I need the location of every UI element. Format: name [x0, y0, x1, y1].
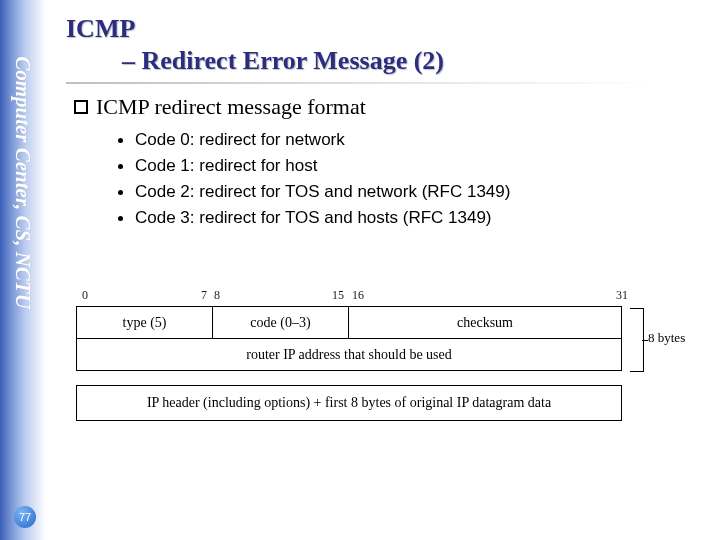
slide-title-line1: ICMP [66, 14, 706, 44]
bit-label: 15 [332, 288, 344, 303]
list-item: Code 3: redirect for TOS and hosts (RFC … [118, 208, 706, 228]
brace-icon [630, 308, 644, 372]
bullet-list: Code 0: redirect for network Code 1: red… [118, 130, 706, 228]
page-number-badge: 77 [14, 506, 36, 528]
header-row-2: router IP address that should be used [77, 339, 621, 371]
packet-wrap: type (5) code (0–3) checksum router IP a… [76, 306, 690, 371]
bit-label: 8 [214, 288, 220, 303]
field-code: code (0–3) [213, 307, 349, 338]
section-heading: ICMP redirect message format [96, 94, 366, 120]
bullet-text: Code 0: redirect for network [135, 130, 345, 150]
bit-label: 16 [352, 288, 364, 303]
sidebar: Computer Center, CS, NCTU 77 [0, 0, 46, 540]
bullet-dot-icon [118, 138, 123, 143]
field-payload: IP header (including options) + first 8 … [76, 385, 622, 421]
list-item: Code 1: redirect for host [118, 156, 706, 176]
body: ICMP redirect message format Code 0: red… [66, 94, 706, 228]
field-type: type (5) [77, 307, 213, 338]
bullet-dot-icon [118, 190, 123, 195]
slide-title-line2: – Redirect Error Message (2) [122, 46, 706, 76]
packet-diagram: 0 7 8 15 16 31 type (5) code (0–3) check… [76, 288, 690, 421]
bit-label: 0 [82, 288, 88, 303]
bullet-text: Code 3: redirect for TOS and hosts (RFC … [135, 208, 492, 228]
bullet-dot-icon [118, 164, 123, 169]
bit-label: 31 [616, 288, 628, 303]
bullet-text: Code 1: redirect for host [135, 156, 317, 176]
sidebar-org-label: Computer Center, CS, NCTU [10, 3, 35, 363]
list-item: Code 2: redirect for TOS and network (RF… [118, 182, 706, 202]
section-heading-row: ICMP redirect message format [74, 94, 706, 120]
bit-label: 7 [201, 288, 207, 303]
content-area: ICMP – Redirect Error Message (2) ICMP r… [66, 14, 706, 234]
title-separator [66, 82, 686, 84]
field-router-ip: router IP address that should be used [77, 339, 621, 370]
icmp-header-box: type (5) code (0–3) checksum router IP a… [76, 306, 622, 371]
square-bullet-icon [74, 100, 88, 114]
header-row-1: type (5) code (0–3) checksum [77, 307, 621, 339]
list-item: Code 0: redirect for network [118, 130, 706, 150]
bit-ruler: 0 7 8 15 16 31 [76, 288, 690, 304]
brace-label: 8 bytes [648, 330, 685, 346]
diagram-gap [76, 371, 690, 385]
slide: Computer Center, CS, NCTU 77 ICMP – Redi… [0, 0, 720, 540]
field-checksum: checksum [349, 307, 621, 338]
bullet-text: Code 2: redirect for TOS and network (RF… [135, 182, 510, 202]
bullet-dot-icon [118, 216, 123, 221]
